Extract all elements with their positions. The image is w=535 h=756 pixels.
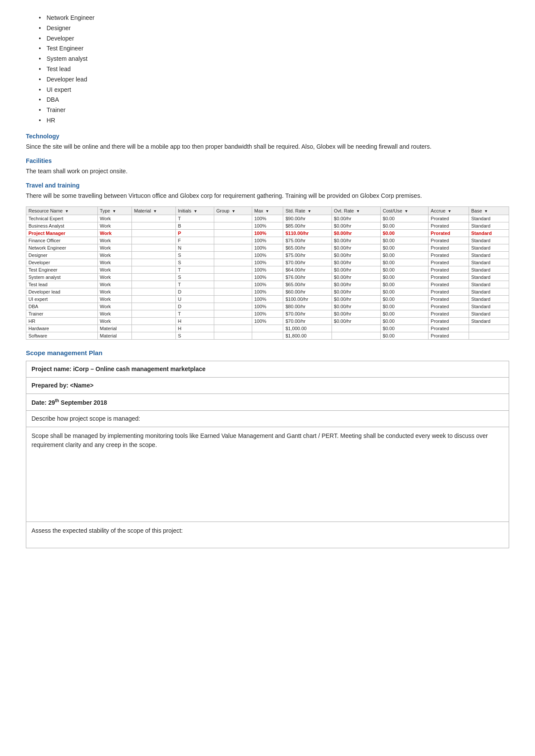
table-cell: $0.00/hr bbox=[332, 288, 380, 295]
table-cell bbox=[132, 303, 176, 310]
table-cell bbox=[214, 332, 252, 339]
table-row: DeveloperWorkS100%$70.00/hr$0.00/hr$0.00… bbox=[26, 259, 509, 266]
table-cell: Standard bbox=[469, 215, 509, 222]
table-cell: Prorated bbox=[429, 266, 469, 273]
table-cell: Prorated bbox=[429, 259, 469, 266]
scope-row-text: Project name: iCorp – Online cash manage… bbox=[31, 366, 206, 372]
table-cell: $1,800.00 bbox=[283, 332, 332, 339]
scope-row: Describe how project scope is managed: bbox=[26, 411, 509, 427]
table-cell: $0.00 bbox=[380, 310, 428, 317]
scope-row-text: Assess the expected stability of the sco… bbox=[31, 527, 183, 534]
technology-body: Since the site will be online and there … bbox=[26, 142, 509, 151]
scope-row-text: Describe how project scope is managed: bbox=[31, 415, 140, 422]
table-cell: $0.00/hr bbox=[332, 259, 380, 266]
table-header-cell: Std. Rate ▼ bbox=[283, 206, 332, 215]
table-cell: Standard bbox=[469, 295, 509, 303]
table-header-cell: Initials ▼ bbox=[175, 206, 214, 215]
table-header-cell: Ovt. Rate ▼ bbox=[332, 206, 380, 215]
filter-arrow-icon[interactable]: ▼ bbox=[112, 209, 116, 213]
filter-arrow-icon[interactable]: ▼ bbox=[266, 209, 269, 213]
table-cell: Standard bbox=[469, 303, 509, 310]
table-cell: Work bbox=[97, 295, 131, 303]
table-cell bbox=[132, 325, 176, 332]
table-cell: T bbox=[175, 281, 214, 288]
table-cell: D bbox=[175, 288, 214, 295]
filter-arrow-icon[interactable]: ▼ bbox=[194, 209, 197, 213]
filter-arrow-icon[interactable]: ▼ bbox=[404, 209, 408, 213]
table-cell: $1,000.00 bbox=[283, 325, 332, 332]
table-cell: S bbox=[175, 259, 214, 266]
facilities-heading: Facilities bbox=[26, 157, 509, 164]
table-row: Network EngineerWorkN100%$65.00/hr$0.00/… bbox=[26, 244, 509, 251]
table-cell bbox=[132, 332, 176, 339]
filter-arrow-icon[interactable]: ▼ bbox=[356, 209, 360, 213]
technology-heading: Technology bbox=[26, 133, 509, 140]
table-cell bbox=[214, 215, 252, 222]
table-cell: DBA bbox=[26, 303, 98, 310]
table-cell: $70.00/hr bbox=[283, 259, 332, 266]
table-row: Developer leadWorkD100%$60.00/hr$0.00/hr… bbox=[26, 288, 509, 295]
table-header-cell: Base ▼ bbox=[469, 206, 509, 215]
table-cell: 100% bbox=[252, 288, 283, 295]
table-cell bbox=[469, 332, 509, 339]
table-cell: $85.00/hr bbox=[283, 222, 332, 229]
table-header-cell: Cost/Use ▼ bbox=[380, 206, 428, 215]
table-cell: S bbox=[175, 273, 214, 281]
table-cell: 100% bbox=[252, 259, 283, 266]
table-cell: Project Manager bbox=[26, 229, 98, 237]
table-cell bbox=[214, 259, 252, 266]
table-cell: $0.00/hr bbox=[332, 222, 380, 229]
table-cell: Prorated bbox=[429, 288, 469, 295]
table-cell: 100% bbox=[252, 310, 283, 317]
table-cell: S bbox=[175, 332, 214, 339]
table-cell: Test Engineer bbox=[26, 266, 98, 273]
table-cell: $80.00/hr bbox=[283, 303, 332, 310]
table-cell: $90.00/hr bbox=[283, 215, 332, 222]
table-cell: Developer lead bbox=[26, 288, 98, 295]
table-cell bbox=[214, 229, 252, 237]
table-cell: $0.00 bbox=[380, 251, 428, 259]
filter-arrow-icon[interactable]: ▼ bbox=[65, 209, 69, 213]
table-cell: HR bbox=[26, 317, 98, 325]
table-row: TrainerWorkT100%$70.00/hr$0.00/hr$0.00Pr… bbox=[26, 310, 509, 317]
filter-arrow-icon[interactable]: ▼ bbox=[153, 209, 157, 213]
filter-arrow-icon[interactable]: ▼ bbox=[484, 209, 488, 213]
table-header-cell: Accrue ▼ bbox=[429, 206, 469, 215]
table-cell: 100% bbox=[252, 295, 283, 303]
table-cell: Prorated bbox=[429, 237, 469, 244]
list-item: System analyst bbox=[39, 54, 509, 64]
table-cell: $0.00/hr bbox=[332, 273, 380, 281]
filter-arrow-icon[interactable]: ▼ bbox=[447, 209, 451, 213]
table-cell: $0.00/hr bbox=[332, 281, 380, 288]
table-cell: D bbox=[175, 303, 214, 310]
filter-arrow-icon[interactable]: ▼ bbox=[232, 209, 235, 213]
list-item: Developer lead bbox=[39, 75, 509, 85]
table-cell: $0.00/hr bbox=[332, 303, 380, 310]
table-cell: $0.00/hr bbox=[332, 251, 380, 259]
table-cell: $0.00/hr bbox=[332, 229, 380, 237]
table-cell: Standard bbox=[469, 310, 509, 317]
table-row: Finance OfficerWorkF100%$75.00/hr$0.00/h… bbox=[26, 237, 509, 244]
table-row: SoftwareMaterialS$1,800.00$0.00Prorated bbox=[26, 332, 509, 339]
table-cell bbox=[469, 325, 509, 332]
table-header-cell: Max ▼ bbox=[252, 206, 283, 215]
table-cell bbox=[214, 281, 252, 288]
scope-date-prefix: Date: 29 bbox=[31, 399, 55, 406]
table-cell bbox=[132, 281, 176, 288]
table-cell: $0.00 bbox=[380, 259, 428, 266]
table-row: Test leadWorkT100%$65.00/hr$0.00/hr$0.00… bbox=[26, 281, 509, 288]
table-cell bbox=[132, 273, 176, 281]
table-cell: Prorated bbox=[429, 251, 469, 259]
table-cell: 100% bbox=[252, 303, 283, 310]
table-cell: Standard bbox=[469, 259, 509, 266]
table-cell: Technical Expert bbox=[26, 215, 98, 222]
table-cell bbox=[252, 325, 283, 332]
table-cell: $0.00 bbox=[380, 295, 428, 303]
table-header-cell: Resource Name ▼ bbox=[26, 206, 98, 215]
table-cell bbox=[132, 310, 176, 317]
table-cell: U bbox=[175, 295, 214, 303]
filter-arrow-icon[interactable]: ▼ bbox=[307, 209, 311, 213]
facilities-body: The team shall work on project onsite. bbox=[26, 167, 509, 176]
table-header-cell: Type ▼ bbox=[97, 206, 131, 215]
list-item: DBA bbox=[39, 95, 509, 105]
